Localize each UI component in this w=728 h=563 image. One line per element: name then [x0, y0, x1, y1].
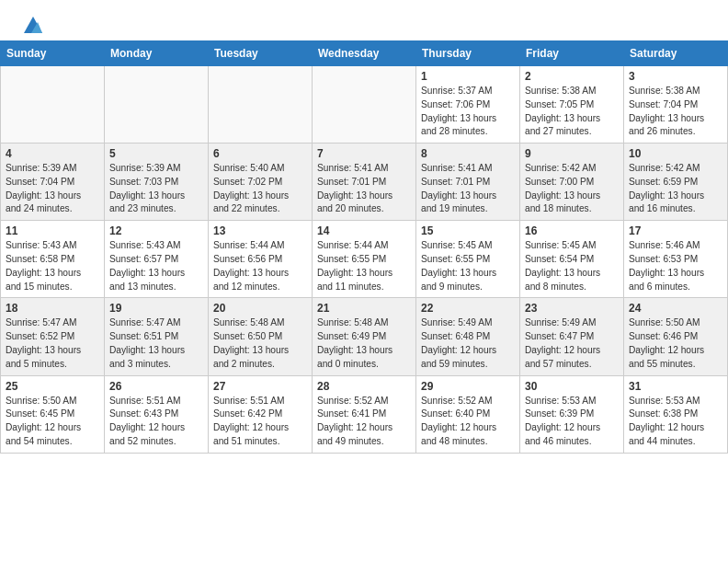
calendar-week-row: 25Sunrise: 5:50 AM Sunset: 6:45 PM Dayli…	[1, 375, 728, 453]
day-number: 28	[317, 380, 411, 393]
day-number: 13	[213, 224, 307, 237]
day-number: 2	[525, 70, 619, 83]
day-info: Sunrise: 5:50 AM Sunset: 6:45 PM Dayligh…	[6, 395, 99, 449]
day-number: 26	[109, 380, 203, 393]
logo	[22, 17, 42, 33]
day-number: 20	[213, 302, 307, 315]
day-info: Sunrise: 5:49 AM Sunset: 6:47 PM Dayligh…	[525, 316, 619, 371]
day-of-week-header: Friday	[520, 41, 624, 66]
calendar-day-cell	[105, 66, 209, 144]
day-number: 11	[6, 224, 99, 237]
calendar-day-cell	[209, 66, 313, 144]
day-of-week-header: Sunday	[1, 41, 105, 66]
day-info: Sunrise: 5:45 AM Sunset: 6:55 PM Dayligh…	[421, 239, 515, 293]
calendar-header-row: SundayMondayTuesdayWednesdayThursdayFrid…	[1, 41, 728, 66]
calendar-day-cell: 16Sunrise: 5:45 AM Sunset: 6:54 PM Dayli…	[520, 221, 624, 298]
calendar-day-cell	[313, 66, 416, 144]
day-number: 25	[6, 380, 99, 393]
calendar-day-cell: 5Sunrise: 5:39 AM Sunset: 7:03 PM Daylig…	[105, 144, 209, 221]
day-info: Sunrise: 5:50 AM Sunset: 6:46 PM Dayligh…	[629, 316, 722, 371]
calendar-day-cell: 24Sunrise: 5:50 AM Sunset: 6:46 PM Dayli…	[624, 298, 728, 375]
calendar-day-cell: 12Sunrise: 5:43 AM Sunset: 6:57 PM Dayli…	[105, 221, 209, 298]
day-number: 15	[421, 224, 515, 237]
day-info: Sunrise: 5:45 AM Sunset: 6:54 PM Dayligh…	[525, 239, 619, 293]
calendar-day-cell: 7Sunrise: 5:41 AM Sunset: 7:01 PM Daylig…	[313, 144, 416, 221]
calendar-day-cell: 11Sunrise: 5:43 AM Sunset: 6:58 PM Dayli…	[1, 221, 105, 298]
calendar-week-row: 18Sunrise: 5:47 AM Sunset: 6:52 PM Dayli…	[1, 298, 728, 375]
calendar-day-cell: 15Sunrise: 5:45 AM Sunset: 6:55 PM Dayli…	[416, 221, 520, 298]
day-info: Sunrise: 5:44 AM Sunset: 6:55 PM Dayligh…	[317, 239, 411, 293]
day-number: 22	[421, 302, 515, 315]
calendar-day-cell: 26Sunrise: 5:51 AM Sunset: 6:43 PM Dayli…	[105, 375, 209, 453]
day-info: Sunrise: 5:39 AM Sunset: 7:04 PM Dayligh…	[6, 162, 99, 216]
day-info: Sunrise: 5:49 AM Sunset: 6:48 PM Dayligh…	[421, 316, 515, 371]
calendar-day-cell: 10Sunrise: 5:42 AM Sunset: 6:59 PM Dayli…	[624, 144, 728, 221]
day-number: 10	[629, 147, 722, 160]
page-header	[0, 0, 728, 40]
calendar-day-cell: 13Sunrise: 5:44 AM Sunset: 6:56 PM Dayli…	[209, 221, 313, 298]
calendar-day-cell: 25Sunrise: 5:50 AM Sunset: 6:45 PM Dayli…	[1, 375, 105, 453]
calendar-day-cell: 8Sunrise: 5:41 AM Sunset: 7:01 PM Daylig…	[416, 144, 520, 221]
logo-icon	[24, 17, 42, 33]
day-info: Sunrise: 5:47 AM Sunset: 6:51 PM Dayligh…	[109, 316, 203, 371]
day-number: 21	[317, 302, 411, 315]
day-number: 7	[317, 147, 411, 160]
day-number: 9	[525, 147, 619, 160]
calendar-day-cell: 17Sunrise: 5:46 AM Sunset: 6:53 PM Dayli…	[624, 221, 728, 298]
day-info: Sunrise: 5:46 AM Sunset: 6:53 PM Dayligh…	[629, 239, 722, 293]
calendar-day-cell: 19Sunrise: 5:47 AM Sunset: 6:51 PM Dayli…	[105, 298, 209, 375]
calendar-day-cell: 29Sunrise: 5:52 AM Sunset: 6:40 PM Dayli…	[416, 375, 520, 453]
day-info: Sunrise: 5:39 AM Sunset: 7:03 PM Dayligh…	[109, 162, 203, 216]
day-info: Sunrise: 5:53 AM Sunset: 6:38 PM Dayligh…	[629, 395, 722, 449]
day-info: Sunrise: 5:38 AM Sunset: 7:05 PM Dayligh…	[525, 85, 619, 139]
calendar-day-cell: 1Sunrise: 5:37 AM Sunset: 7:06 PM Daylig…	[416, 66, 520, 144]
day-number: 14	[317, 224, 411, 237]
day-info: Sunrise: 5:42 AM Sunset: 6:59 PM Dayligh…	[629, 162, 722, 216]
day-number: 30	[525, 380, 619, 393]
day-info: Sunrise: 5:48 AM Sunset: 6:50 PM Dayligh…	[213, 316, 307, 371]
day-info: Sunrise: 5:41 AM Sunset: 7:01 PM Dayligh…	[421, 162, 515, 216]
calendar-day-cell: 20Sunrise: 5:48 AM Sunset: 6:50 PM Dayli…	[209, 298, 313, 375]
calendar-day-cell: 23Sunrise: 5:49 AM Sunset: 6:47 PM Dayli…	[520, 298, 624, 375]
calendar-table: SundayMondayTuesdayWednesdayThursdayFrid…	[0, 40, 728, 454]
day-number: 1	[421, 70, 515, 83]
day-number: 8	[421, 147, 515, 160]
calendar-day-cell: 21Sunrise: 5:48 AM Sunset: 6:49 PM Dayli…	[313, 298, 416, 375]
day-of-week-header: Saturday	[624, 41, 728, 66]
day-number: 3	[629, 70, 722, 83]
day-info: Sunrise: 5:51 AM Sunset: 6:42 PM Dayligh…	[213, 395, 307, 449]
calendar-week-row: 4Sunrise: 5:39 AM Sunset: 7:04 PM Daylig…	[1, 144, 728, 221]
day-number: 19	[109, 302, 203, 315]
day-number: 23	[525, 302, 619, 315]
day-number: 18	[6, 302, 99, 315]
day-info: Sunrise: 5:52 AM Sunset: 6:41 PM Dayligh…	[317, 395, 411, 449]
calendar-day-cell: 27Sunrise: 5:51 AM Sunset: 6:42 PM Dayli…	[209, 375, 313, 453]
day-info: Sunrise: 5:48 AM Sunset: 6:49 PM Dayligh…	[317, 316, 411, 371]
calendar-day-cell: 3Sunrise: 5:38 AM Sunset: 7:04 PM Daylig…	[624, 66, 728, 144]
calendar-day-cell: 22Sunrise: 5:49 AM Sunset: 6:48 PM Dayli…	[416, 298, 520, 375]
day-of-week-header: Tuesday	[209, 41, 313, 66]
calendar-day-cell: 9Sunrise: 5:42 AM Sunset: 7:00 PM Daylig…	[520, 144, 624, 221]
calendar-day-cell: 28Sunrise: 5:52 AM Sunset: 6:41 PM Dayli…	[313, 375, 416, 453]
day-number: 16	[525, 224, 619, 237]
day-info: Sunrise: 5:53 AM Sunset: 6:39 PM Dayligh…	[525, 395, 619, 449]
day-info: Sunrise: 5:43 AM Sunset: 6:57 PM Dayligh…	[109, 239, 203, 293]
calendar-day-cell: 30Sunrise: 5:53 AM Sunset: 6:39 PM Dayli…	[520, 375, 624, 453]
calendar-day-cell: 14Sunrise: 5:44 AM Sunset: 6:55 PM Dayli…	[313, 221, 416, 298]
day-info: Sunrise: 5:47 AM Sunset: 6:52 PM Dayligh…	[6, 316, 99, 371]
day-number: 6	[213, 147, 307, 160]
calendar-day-cell: 6Sunrise: 5:40 AM Sunset: 7:02 PM Daylig…	[209, 144, 313, 221]
day-of-week-header: Wednesday	[313, 41, 416, 66]
day-number: 31	[629, 380, 722, 393]
day-of-week-header: Thursday	[416, 41, 520, 66]
day-info: Sunrise: 5:40 AM Sunset: 7:02 PM Dayligh…	[213, 162, 307, 216]
day-number: 12	[109, 224, 203, 237]
calendar-week-row: 1Sunrise: 5:37 AM Sunset: 7:06 PM Daylig…	[1, 66, 728, 144]
day-number: 4	[6, 147, 99, 160]
calendar-day-cell: 31Sunrise: 5:53 AM Sunset: 6:38 PM Dayli…	[624, 375, 728, 453]
day-info: Sunrise: 5:43 AM Sunset: 6:58 PM Dayligh…	[6, 239, 99, 293]
calendar-day-cell: 2Sunrise: 5:38 AM Sunset: 7:05 PM Daylig…	[520, 66, 624, 144]
day-number: 29	[421, 380, 515, 393]
calendar-day-cell: 18Sunrise: 5:47 AM Sunset: 6:52 PM Dayli…	[1, 298, 105, 375]
day-info: Sunrise: 5:52 AM Sunset: 6:40 PM Dayligh…	[421, 395, 515, 449]
